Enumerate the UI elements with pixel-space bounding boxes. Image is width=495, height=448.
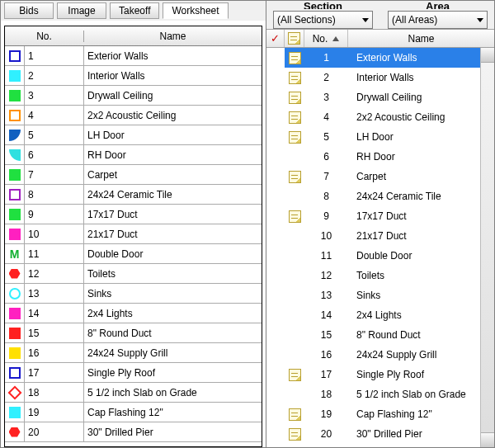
list-item[interactable]: 17Single Ply Roof <box>266 365 480 384</box>
cell-name: RH Door <box>84 145 262 164</box>
table-row[interactable]: 2030" Drilled Pier <box>5 422 262 442</box>
cell-name: Sinks <box>84 284 262 303</box>
list-item[interactable]: 7Carpet <box>266 167 480 186</box>
table-row[interactable]: 1Exterior Walls <box>5 46 262 66</box>
area-dropdown[interactable]: (All Areas) <box>388 11 488 29</box>
cell-name: 17x17 Duct <box>348 210 480 222</box>
table-row[interactable]: 1021x17 Duct <box>5 224 262 244</box>
list-item[interactable]: 824x24 Ceramic Tile <box>266 186 480 206</box>
cell-no: 5 <box>304 131 348 143</box>
cell-no: 20 <box>304 428 348 440</box>
table-row[interactable]: 5LH Door <box>5 125 262 145</box>
table-row[interactable]: 12Toilets <box>5 264 262 284</box>
list-item[interactable]: 2Interior Walls <box>266 68 480 87</box>
cell-name: Interior Walls <box>348 72 480 83</box>
table-row[interactable]: 1624x24 Supply Grill <box>5 343 262 363</box>
list-item[interactable]: 1Exterior Walls <box>266 48 480 68</box>
tab-worksheet[interactable]: Worksheet <box>163 2 228 19</box>
list-item[interactable]: 1021x17 Duct <box>266 226 480 246</box>
cell-note <box>285 92 304 104</box>
vertical-scrollbar[interactable] <box>480 48 494 447</box>
cell-note <box>285 428 304 441</box>
cell-name: Exterior Walls <box>84 46 262 65</box>
cell-no: 9 <box>304 210 348 222</box>
table-row[interactable]: 158" Round Duct <box>5 323 262 343</box>
cell-no: 4 <box>304 111 348 123</box>
list-item[interactable]: 11Double Door <box>266 246 480 266</box>
list-item[interactable]: 185 1/2 inch Slab on Grade <box>266 384 480 404</box>
cell-name: 17x17 Duct <box>84 205 262 224</box>
table-row[interactable]: 13Sinks <box>5 284 262 304</box>
list-item[interactable]: 5LH Door <box>266 127 480 147</box>
tab-takeoff[interactable]: Takeoff <box>110 2 159 19</box>
area-dropdown-value: (All Areas) <box>392 14 437 26</box>
list-item[interactable]: 12Toilets <box>266 266 480 285</box>
list-item[interactable]: 19Cap Flashing 12" <box>266 404 480 424</box>
cell-no: 3 <box>25 86 84 105</box>
table-row[interactable]: 917x17 Duct <box>5 205 262 224</box>
table-row[interactable]: 824x24 Ceramic Tile <box>5 185 262 205</box>
table-row[interactable]: 3Drywall Ceiling <box>5 86 262 106</box>
sort-ascending-icon <box>332 36 339 41</box>
worksheet-grid: No. Name 1Exterior Walls2Interior Walls3… <box>4 26 262 447</box>
cell-check <box>266 48 285 68</box>
cell-name: 5 1/2 inch Slab on Grade <box>348 389 480 400</box>
column-header-note[interactable] <box>285 30 304 47</box>
table-row[interactable]: 17Single Ply Roof <box>5 363 262 383</box>
item-shape-icon: M <box>5 244 25 263</box>
list-item[interactable]: 3Drywall Ceiling <box>266 87 480 107</box>
note-icon <box>289 408 301 421</box>
table-row[interactable]: M11Double Door <box>5 244 262 264</box>
list-item[interactable]: 6RH Door <box>266 147 480 167</box>
cell-note <box>285 72 304 84</box>
table-row[interactable]: 2Interior Walls <box>5 66 262 86</box>
column-header-no[interactable]: No. <box>5 31 84 42</box>
tab-bids[interactable]: Bids <box>4 2 54 19</box>
cell-name: 5 1/2 inch Slab on Grade <box>84 383 262 402</box>
cell-no: 10 <box>25 224 84 243</box>
item-shape-icon <box>5 185 25 204</box>
list-item[interactable]: 2030" Drilled Pier <box>266 424 480 444</box>
table-row[interactable]: 6RH Door <box>5 145 262 165</box>
column-header-no[interactable]: No. <box>304 30 348 47</box>
items-panel: Section (All Sections) Area (All Areas) … <box>266 0 495 448</box>
tab-image[interactable]: Image <box>57 2 106 19</box>
note-icon <box>289 111 301 124</box>
note-icon <box>289 369 301 381</box>
table-row[interactable]: 185 1/2 inch Slab on Grade <box>5 383 262 403</box>
list-item[interactable]: 42x2 Acoustic Ceiling <box>266 107 480 127</box>
table-row[interactable]: 19Cap Flashing 12" <box>5 403 262 422</box>
cell-name: LH Door <box>84 125 262 144</box>
worksheet-grid-header: No. Name <box>5 26 262 46</box>
column-header-name[interactable]: Name <box>348 30 494 47</box>
item-shape-icon <box>5 66 25 85</box>
item-shape-icon <box>5 403 25 422</box>
table-row[interactable]: 7Carpet <box>5 165 262 185</box>
cell-name: 24x24 Supply Grill <box>348 349 480 361</box>
list-item[interactable]: 1624x24 Supply Grill <box>266 345 480 365</box>
list-item[interactable]: 917x17 Duct <box>266 206 480 226</box>
cell-note <box>285 210 304 223</box>
note-icon <box>289 428 301 441</box>
list-item[interactable]: 142x4 Lights <box>266 305 480 325</box>
item-shape-icon <box>5 125 25 144</box>
column-header-check[interactable]: ✓ <box>266 30 285 47</box>
cell-name: Carpet <box>348 171 480 182</box>
item-shape-icon <box>5 264 25 283</box>
cell-name: 2x4 Lights <box>348 309 480 321</box>
list-item[interactable]: 13Sinks <box>266 285 480 305</box>
item-shape-icon <box>5 323 25 342</box>
item-shape-icon <box>5 363 25 382</box>
list-item[interactable]: 158" Round Duct <box>266 325 480 345</box>
cell-name: Interior Walls <box>84 66 262 85</box>
cell-name: Carpet <box>84 165 262 184</box>
item-shape-icon <box>5 224 25 243</box>
table-row[interactable]: 142x4 Lights <box>5 304 262 323</box>
cell-name: Single Ply Roof <box>84 363 262 382</box>
section-dropdown[interactable]: (All Sections) <box>273 11 373 29</box>
cell-name: Double Door <box>348 250 480 262</box>
table-row[interactable]: 42x2 Acoustic Ceiling <box>5 106 262 125</box>
column-header-name[interactable]: Name <box>84 31 262 42</box>
cell-no: 5 <box>25 125 84 144</box>
item-shape-icon <box>5 304 25 323</box>
